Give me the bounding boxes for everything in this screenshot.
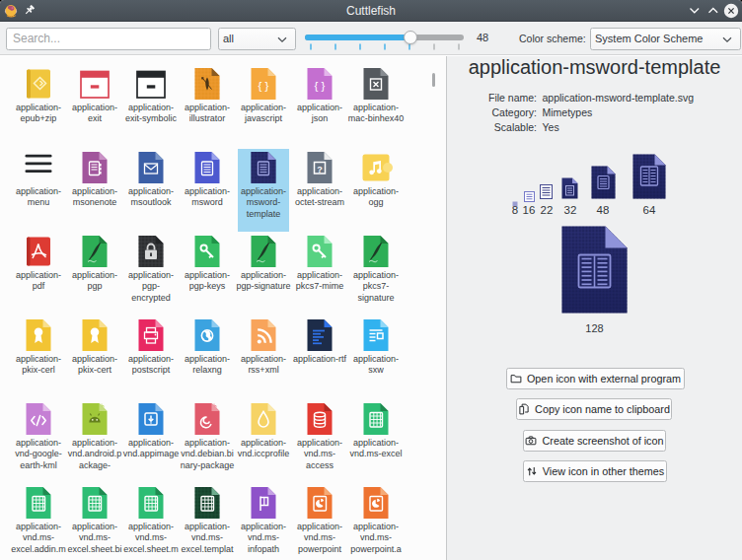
svg-text:{ }: { }: [259, 80, 269, 92]
svg-text:?: ?: [317, 165, 323, 175]
svg-text:{ }: { }: [315, 80, 326, 92]
